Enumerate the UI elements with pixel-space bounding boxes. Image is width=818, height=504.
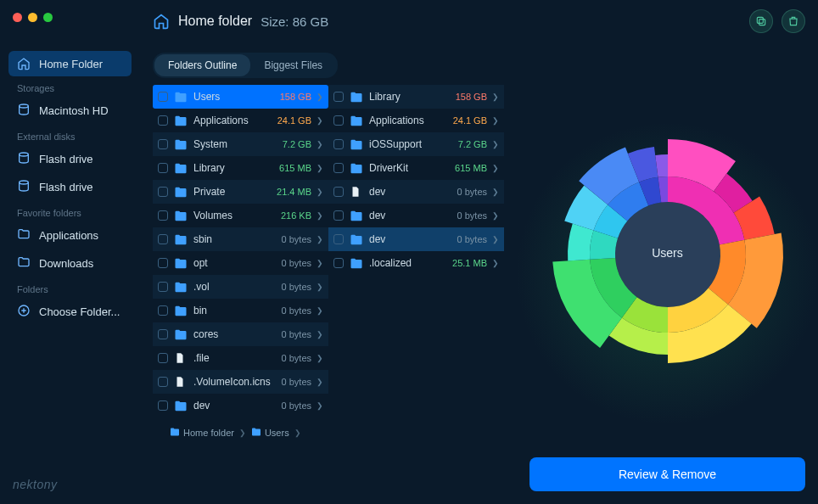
row-name: Private <box>193 186 273 198</box>
sidebar-item-flash-drive[interactable]: Flash drive <box>8 173 132 201</box>
svg-point-4 <box>20 181 29 184</box>
folder-row[interactable]: dev0 bytes❯ <box>153 394 328 417</box>
row-checkbox[interactable] <box>333 163 344 173</box>
row-checkbox[interactable] <box>158 92 168 102</box>
folder-row[interactable]: .vol0 bytes❯ <box>153 275 328 299</box>
folder-row[interactable]: bin0 bytes❯ <box>153 299 328 322</box>
folder-icon <box>174 282 188 293</box>
chevron-right-icon: ❯ <box>492 164 499 172</box>
folder-column-0: Users158 GB❯Applications24.1 GB❯System7.… <box>153 85 328 417</box>
row-checkbox[interactable] <box>158 139 168 149</box>
row-name: dev <box>369 186 454 198</box>
folder-row[interactable]: dev0 bytes❯ <box>328 204 504 227</box>
tab-biggest-files[interactable]: Biggest Files <box>250 54 336 76</box>
row-name: .VolumeIcon.icns <box>193 376 278 388</box>
row-checkbox[interactable] <box>333 92 344 102</box>
row-checkbox[interactable] <box>158 400 168 411</box>
folder-row[interactable]: dev0 bytes❯ <box>328 227 504 251</box>
folder-row[interactable]: Library158 GB❯ <box>328 85 504 109</box>
row-checkbox[interactable] <box>158 305 168 316</box>
breadcrumb-item[interactable]: Home folder <box>170 428 234 438</box>
row-name: sbin <box>193 233 278 245</box>
chevron-right-icon: ❯ <box>317 92 323 101</box>
chevron-right-icon: ❯ <box>317 259 323 267</box>
row-size: 158 GB <box>456 92 487 102</box>
sidebar-item-applications[interactable]: Applications <box>8 221 132 249</box>
row-name: Volumes <box>193 210 277 221</box>
breadcrumb-item[interactable]: Users <box>251 428 289 438</box>
folder-row[interactable]: cores0 bytes❯ <box>153 322 328 346</box>
row-checkbox[interactable] <box>158 377 168 387</box>
folder-icon <box>350 115 363 126</box>
row-checkbox[interactable] <box>333 115 344 126</box>
folder-row[interactable]: Private21.4 MB❯ <box>153 180 328 204</box>
row-checkbox[interactable] <box>158 258 168 268</box>
sidebar-heading: External disks <box>8 125 132 145</box>
folder-row[interactable]: Library615 MB❯ <box>153 156 328 180</box>
folder-icon <box>350 92 363 103</box>
tab-folders-outline[interactable]: Folders Outline <box>154 54 250 76</box>
row-checkbox[interactable] <box>158 115 168 126</box>
folder-column-1: Library158 GB❯Applications24.1 GB❯iOSSup… <box>328 85 504 417</box>
folder-row[interactable]: sbin0 bytes❯ <box>153 227 328 251</box>
row-checkbox[interactable] <box>333 210 344 221</box>
chevron-right-icon: ❯ <box>317 401 323 410</box>
review-remove-button[interactable]: Review & Remove <box>529 457 805 491</box>
folder-row[interactable]: .localized25.1 MB❯ <box>328 251 504 275</box>
row-name: .vol <box>193 281 278 293</box>
row-checkbox[interactable] <box>158 187 168 197</box>
row-size: 216 KB <box>281 210 311 221</box>
row-checkbox[interactable] <box>333 258 344 268</box>
folder-icon <box>17 255 31 272</box>
row-name: Users <box>193 91 277 103</box>
sidebar-item-label: Macintosh HD <box>39 104 109 117</box>
sidebar-item-choose-folder-[interactable]: Choose Folder... <box>8 298 132 326</box>
close-window-button[interactable] <box>13 13 22 22</box>
folder-row[interactable]: Applications24.1 GB❯ <box>153 109 328 132</box>
row-checkbox[interactable] <box>158 210 168 221</box>
folder-icon <box>350 234 363 245</box>
folder-row[interactable]: opt0 bytes❯ <box>153 251 328 275</box>
row-checkbox[interactable] <box>333 187 344 197</box>
folder-row[interactable]: DriverKit615 MB❯ <box>328 156 504 180</box>
folder-row[interactable]: .VolumeIcon.icns0 bytes❯ <box>153 370 328 394</box>
folder-row[interactable]: System7.2 GB❯ <box>153 132 328 156</box>
sidebar-item-home-folder[interactable]: Home Folder <box>8 51 132 76</box>
row-checkbox[interactable] <box>158 353 168 363</box>
chevron-right-icon: ❯ <box>492 211 499 220</box>
folder-row[interactable]: .file0 bytes❯ <box>153 346 328 370</box>
folder-icon <box>174 115 188 126</box>
breadcrumb-label: Home folder <box>183 428 234 438</box>
zoom-window-button[interactable] <box>43 13 53 22</box>
sidebar-item-flash-drive[interactable]: Flash drive <box>8 145 132 173</box>
folder-row[interactable]: dev0 bytes❯ <box>328 180 504 204</box>
folder-row[interactable]: Applications24.1 GB❯ <box>328 109 504 132</box>
plus-icon <box>17 304 31 320</box>
sidebar-item-downloads[interactable]: Downloads <box>8 249 132 277</box>
row-size: 21.4 MB <box>277 187 311 197</box>
folder-icon <box>251 428 261 438</box>
row-name: .file <box>193 352 278 364</box>
file-icon <box>350 186 363 198</box>
row-checkbox[interactable] <box>158 163 168 173</box>
folder-row[interactable]: Users158 GB❯ <box>153 85 328 109</box>
row-name: opt <box>193 257 278 269</box>
folder-row[interactable]: iOSSupport7.2 GB❯ <box>328 132 504 156</box>
row-checkbox[interactable] <box>333 234 344 244</box>
svg-point-3 <box>20 153 29 156</box>
minimize-window-button[interactable] <box>28 13 37 22</box>
row-name: System <box>193 138 279 150</box>
trash-icon[interactable] <box>782 9 805 33</box>
copy-icon[interactable] <box>749 9 773 33</box>
row-checkbox[interactable] <box>158 234 168 244</box>
row-name: .localized <box>369 257 449 269</box>
folder-icon <box>174 187 188 198</box>
row-size: 0 bytes <box>457 210 487 221</box>
folder-row[interactable]: Volumes216 KB❯ <box>153 204 328 227</box>
row-checkbox[interactable] <box>158 282 168 292</box>
row-checkbox[interactable] <box>158 329 168 339</box>
chevron-right-icon: ❯ <box>317 211 323 220</box>
row-checkbox[interactable] <box>333 139 344 149</box>
row-size: 7.2 GB <box>283 139 311 149</box>
sidebar-item-macintosh-hd[interactable]: Macintosh HD <box>8 97 132 125</box>
